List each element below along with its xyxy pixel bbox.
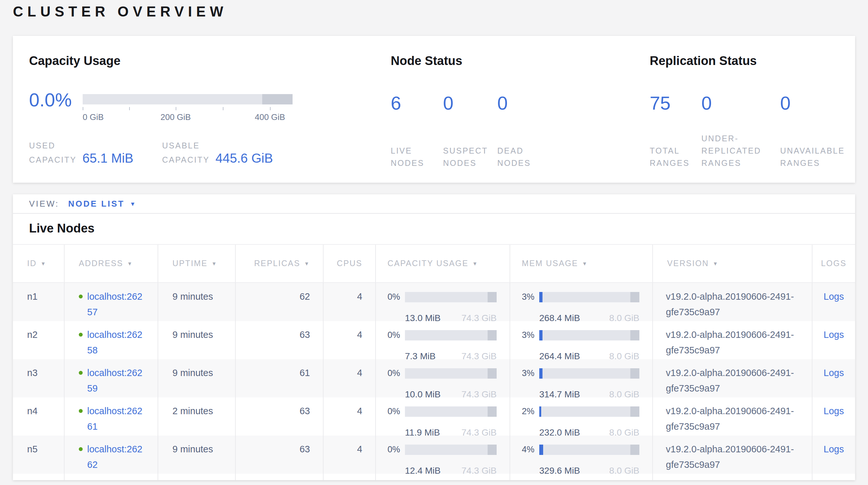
metric-value: 0 [780, 94, 845, 112]
live-nodes-title: Live Nodes [13, 214, 855, 244]
node-address-link[interactable]: localhost:26258 [87, 327, 144, 358]
table-cell [236, 474, 323, 480]
node-address-link[interactable]: localhost:26262 [87, 441, 144, 473]
column-header-label: ADDRESS [79, 259, 123, 268]
usage-values: 7.3 MiB74.3 GiB [405, 348, 497, 359]
live-status-icon [79, 371, 83, 375]
stat-label-line: CAPACITY65.1 MiB [29, 152, 162, 167]
metric-label-line: SUSPECT [443, 145, 497, 158]
column-header-label: MEM USAGE [522, 259, 578, 268]
usage-bar-row: 4% [522, 442, 640, 458]
node-id: n5 [27, 444, 37, 454]
logs-cell: Logs [812, 283, 855, 321]
logs-cell: Logs [812, 397, 855, 435]
table-row: n5localhost:262629 minutes6340%12.4 MiB7… [13, 435, 855, 474]
column-header-mem-usage[interactable]: MEM USAGE▼ [510, 245, 653, 282]
usage-percent: 2% [522, 404, 539, 419]
metric-label: TOTALRANGES [650, 145, 702, 170]
axis-tick-mark [176, 107, 176, 110]
column-header-replicas[interactable]: REPLICAS▼ [236, 245, 323, 282]
mem-usage-cell: 3%264.4 MiB8.0 GiB [510, 321, 653, 359]
capacity-usage-title: Capacity Usage [29, 54, 391, 68]
usage-used-value: 7.3 MiB [405, 348, 436, 359]
version-cell: v19.2.0-alpha.20190606-2491-gfe735c9a97 [653, 283, 812, 321]
view-selector[interactable]: NODE LIST ▼ [68, 199, 135, 208]
usage-bar-row: 3% [522, 366, 640, 381]
usage-meter: 3%268.4 MiB8.0 GiB [522, 289, 640, 321]
node-address-cell: localhost:26259 [65, 359, 158, 397]
view-selected-option: NODE LIST [68, 199, 125, 208]
metric-value: 0 [443, 94, 497, 112]
uptime-cell: 2 minutes [158, 397, 236, 435]
axis-tick-label: 200 GiB [160, 112, 191, 122]
column-header-cpus: CPUS [323, 245, 376, 282]
metric-value: 0 [702, 94, 780, 112]
replication-status-title: Replication Status [650, 54, 855, 68]
stat-value: 445.6 GiB [215, 152, 273, 165]
replicas-cell: 63 [236, 321, 323, 359]
node-address-link[interactable]: localhost:26261 [87, 403, 144, 434]
node-address-cell: localhost:26257 [65, 283, 158, 321]
logs-link[interactable]: Logs [824, 368, 844, 378]
node-address-link[interactable]: localhost:26257 [87, 289, 144, 320]
column-header-label: REPLICAS [254, 259, 300, 268]
column-header-capacity-usage[interactable]: CAPACITY USAGE▼ [376, 245, 510, 282]
node-id-cell: n5 [13, 435, 65, 474]
logs-link[interactable]: Logs [824, 330, 844, 340]
table-cell [65, 474, 158, 480]
column-header-address[interactable]: ADDRESS▼ [65, 245, 158, 282]
stat-value: 65.1 MiB [82, 152, 133, 165]
capacity-axis-labels: 0 GiB200 GiB400 GiB [83, 110, 292, 122]
node-id-cell: n2 [13, 321, 65, 359]
node-id-cell: n3 [13, 359, 65, 397]
node-id: n2 [27, 330, 37, 340]
summary-metric: 6LIVENODES [391, 94, 443, 170]
usage-meter: 0%13.0 MiB74.3 GiB [388, 289, 497, 321]
usage-values: 12.4 MiB74.3 GiB [405, 463, 497, 474]
usage-percent: 0% [388, 442, 405, 458]
stat-label-text: CAPACITY [29, 154, 76, 167]
table-cell [376, 474, 510, 480]
logs-link[interactable]: Logs [824, 406, 844, 416]
capacity-bar: 0 GiB200 GiB400 GiB [83, 94, 292, 122]
table-cell [323, 474, 376, 480]
version-cell: v19.2.0-alpha.20190606-2491-gfe735c9a97 [653, 435, 812, 474]
axis-tick-mark [223, 107, 223, 110]
column-header-id[interactable]: ID▼ [13, 245, 65, 282]
metric-label: SUSPECTNODES [443, 145, 497, 170]
cluster-summary-card: Capacity Usage 0.0% 0 GiB200 GiB400 GiB … [13, 36, 855, 183]
logs-link[interactable]: Logs [824, 444, 844, 454]
usage-bar-reserved-segment [630, 292, 640, 302]
usage-percent: 3% [522, 366, 539, 381]
table-cell [812, 474, 855, 480]
column-header-uptime[interactable]: UPTIME▼ [158, 245, 236, 282]
usage-total-value: 74.3 GiB [461, 425, 497, 435]
summary-metric: 0SUSPECTNODES [443, 94, 497, 170]
usage-percent: 4% [522, 442, 539, 458]
cpus-cell: 4 [323, 321, 376, 359]
version-cell: v19.2.0-alpha.20190606-2491-gfe735c9a97 [653, 321, 812, 359]
axis-tick-mark [129, 107, 130, 110]
usage-bar-reserved-segment [488, 292, 497, 302]
table-cell [158, 474, 236, 480]
sort-desc-icon: ▼ [582, 261, 588, 266]
metric-label-line: LIVE [391, 145, 443, 158]
usage-total-value: 74.3 GiB [461, 310, 497, 321]
logs-link[interactable]: Logs [824, 291, 844, 302]
usage-bar-fill [539, 406, 541, 417]
usage-meter: 3%314.7 MiB8.0 GiB [522, 366, 640, 397]
table-row: n2localhost:262589 minutes6340%7.3 MiB74… [13, 321, 855, 359]
metric-label-line: UNDER- [702, 133, 780, 145]
view-bar: VIEW: NODE LIST ▼ [13, 194, 855, 214]
node-address-link[interactable]: localhost:26259 [87, 365, 144, 396]
live-status-icon [79, 447, 83, 451]
usage-used-value: 329.6 MiB [539, 463, 580, 474]
capacity-usage-cell: 0%13.0 MiB74.3 GiB [376, 283, 510, 321]
usage-bar-row: 0% [388, 366, 497, 381]
node-id: n3 [27, 368, 37, 378]
version-cell: v19.2.0-alpha.20190606-2491-gfe735c9a97 [653, 397, 812, 435]
usage-bar-row: 0% [388, 289, 497, 305]
node-address-cell: localhost:26261 [65, 397, 158, 435]
column-header-version[interactable]: VERSION▼ [653, 245, 812, 282]
axis-tick-label: 0 GiB [83, 112, 104, 122]
